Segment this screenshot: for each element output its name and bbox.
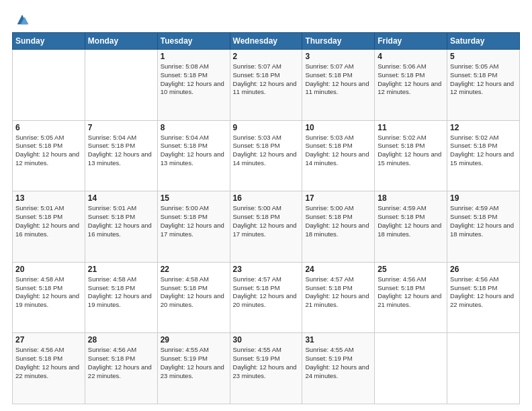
day-info: Sunrise: 5:01 AM Sunset: 5:18 PM Dayligh… — [15, 204, 82, 238]
day-cell: 6Sunrise: 5:05 AM Sunset: 5:18 PM Daylig… — [13, 120, 85, 191]
weekday-header-row: SundayMondayTuesdayWednesdayThursdayFrid… — [13, 33, 520, 50]
day-number: 27 — [15, 335, 82, 345]
day-number: 14 — [88, 193, 154, 203]
day-cell — [447, 333, 520, 404]
day-number: 6 — [15, 123, 82, 132]
day-cell: 27Sunrise: 4:56 AM Sunset: 5:18 PM Dayli… — [13, 333, 85, 404]
day-info: Sunrise: 4:57 AM Sunset: 5:18 PM Dayligh… — [305, 275, 371, 310]
day-number: 26 — [450, 265, 517, 274]
day-number: 19 — [450, 193, 517, 203]
calendar-table: SundayMondayTuesdayWednesdayThursdayFrid… — [12, 32, 520, 404]
day-info: Sunrise: 5:07 AM Sunset: 5:18 PM Dayligh… — [233, 62, 300, 97]
day-info: Sunrise: 5:03 AM Sunset: 5:18 PM Dayligh… — [233, 134, 300, 168]
day-info: Sunrise: 5:04 AM Sunset: 5:18 PM Dayligh… — [88, 134, 154, 168]
day-number: 12 — [450, 123, 517, 132]
weekday-header-wednesday: Wednesday — [230, 33, 302, 50]
day-cell: 8Sunrise: 5:04 AM Sunset: 5:18 PM Daylig… — [157, 120, 230, 191]
day-cell: 2Sunrise: 5:07 AM Sunset: 5:18 PM Daylig… — [230, 50, 302, 121]
day-cell: 18Sunrise: 4:59 AM Sunset: 5:18 PM Dayli… — [375, 191, 447, 263]
day-info: Sunrise: 5:00 AM Sunset: 5:18 PM Dayligh… — [233, 204, 300, 238]
day-cell: 14Sunrise: 5:01 AM Sunset: 5:18 PM Dayli… — [85, 191, 157, 263]
day-number: 29 — [161, 335, 227, 345]
day-cell: 25Sunrise: 4:56 AM Sunset: 5:18 PM Dayli… — [375, 262, 447, 333]
day-info: Sunrise: 4:59 AM Sunset: 5:18 PM Dayligh… — [450, 204, 517, 238]
day-number: 2 — [233, 52, 300, 61]
day-info: Sunrise: 5:06 AM Sunset: 5:18 PM Dayligh… — [378, 62, 444, 97]
week-row-3: 13Sunrise: 5:01 AM Sunset: 5:18 PM Dayli… — [13, 191, 520, 263]
day-number: 5 — [450, 52, 517, 61]
day-info: Sunrise: 5:05 AM Sunset: 5:18 PM Dayligh… — [450, 62, 517, 97]
day-info: Sunrise: 4:55 AM Sunset: 5:19 PM Dayligh… — [233, 346, 300, 380]
day-info: Sunrise: 5:03 AM Sunset: 5:18 PM Dayligh… — [305, 134, 371, 168]
day-cell: 23Sunrise: 4:57 AM Sunset: 5:18 PM Dayli… — [230, 262, 302, 333]
day-number: 4 — [378, 52, 444, 61]
day-info: Sunrise: 5:00 AM Sunset: 5:18 PM Dayligh… — [305, 204, 371, 238]
week-row-5: 27Sunrise: 4:56 AM Sunset: 5:18 PM Dayli… — [13, 333, 520, 404]
day-cell: 4Sunrise: 5:06 AM Sunset: 5:18 PM Daylig… — [375, 50, 447, 121]
day-number: 31 — [305, 335, 371, 345]
day-cell: 20Sunrise: 4:58 AM Sunset: 5:18 PM Dayli… — [13, 262, 85, 333]
day-info: Sunrise: 4:58 AM Sunset: 5:18 PM Dayligh… — [15, 275, 82, 310]
day-info: Sunrise: 5:02 AM Sunset: 5:18 PM Dayligh… — [450, 134, 517, 168]
day-info: Sunrise: 4:56 AM Sunset: 5:18 PM Dayligh… — [15, 346, 82, 380]
day-number: 8 — [161, 123, 227, 132]
day-cell: 19Sunrise: 4:59 AM Sunset: 5:18 PM Dayli… — [447, 191, 520, 263]
day-number: 17 — [305, 193, 371, 203]
day-info: Sunrise: 4:56 AM Sunset: 5:18 PM Dayligh… — [88, 346, 154, 380]
weekday-header-tuesday: Tuesday — [157, 33, 230, 50]
day-cell: 13Sunrise: 5:01 AM Sunset: 5:18 PM Dayli… — [13, 191, 85, 263]
weekday-header-monday: Monday — [85, 33, 157, 50]
day-cell: 3Sunrise: 5:07 AM Sunset: 5:18 PM Daylig… — [302, 50, 375, 121]
day-info: Sunrise: 5:02 AM Sunset: 5:18 PM Dayligh… — [378, 134, 444, 168]
day-number: 1 — [161, 52, 227, 61]
day-cell: 5Sunrise: 5:05 AM Sunset: 5:18 PM Daylig… — [447, 50, 520, 121]
day-cell: 11Sunrise: 5:02 AM Sunset: 5:18 PM Dayli… — [375, 120, 447, 191]
day-number: 20 — [15, 265, 82, 274]
day-cell: 30Sunrise: 4:55 AM Sunset: 5:19 PM Dayli… — [230, 333, 302, 404]
week-row-1: 1Sunrise: 5:08 AM Sunset: 5:18 PM Daylig… — [13, 50, 520, 121]
day-number: 16 — [233, 193, 300, 203]
day-info: Sunrise: 4:58 AM Sunset: 5:18 PM Dayligh… — [88, 275, 154, 310]
weekday-header-saturday: Saturday — [447, 33, 520, 50]
day-number: 25 — [378, 265, 444, 274]
day-cell — [375, 333, 447, 404]
day-number: 22 — [161, 265, 227, 274]
day-info: Sunrise: 4:57 AM Sunset: 5:18 PM Dayligh… — [233, 275, 300, 310]
day-cell: 17Sunrise: 5:00 AM Sunset: 5:18 PM Dayli… — [302, 191, 375, 263]
day-number: 30 — [233, 335, 300, 345]
day-cell: 10Sunrise: 5:03 AM Sunset: 5:18 PM Dayli… — [302, 120, 375, 191]
day-cell: 21Sunrise: 4:58 AM Sunset: 5:18 PM Dayli… — [85, 262, 157, 333]
day-info: Sunrise: 5:04 AM Sunset: 5:18 PM Dayligh… — [161, 134, 227, 168]
weekday-header-thursday: Thursday — [302, 33, 375, 50]
day-info: Sunrise: 5:07 AM Sunset: 5:18 PM Dayligh… — [305, 62, 371, 97]
day-info: Sunrise: 4:55 AM Sunset: 5:19 PM Dayligh… — [161, 346, 227, 380]
day-number: 11 — [378, 123, 444, 132]
day-cell: 7Sunrise: 5:04 AM Sunset: 5:18 PM Daylig… — [85, 120, 157, 191]
day-cell: 24Sunrise: 4:57 AM Sunset: 5:18 PM Dayli… — [302, 262, 375, 333]
header — [12, 12, 520, 27]
day-number: 15 — [161, 193, 227, 203]
day-number: 23 — [233, 265, 300, 274]
day-info: Sunrise: 4:55 AM Sunset: 5:19 PM Dayligh… — [305, 346, 371, 380]
day-cell: 12Sunrise: 5:02 AM Sunset: 5:18 PM Dayli… — [447, 120, 520, 191]
day-number: 13 — [15, 193, 82, 203]
logo-icon — [15, 12, 30, 27]
day-info: Sunrise: 4:56 AM Sunset: 5:18 PM Dayligh… — [378, 275, 444, 310]
day-number: 24 — [305, 265, 371, 274]
day-number: 28 — [88, 335, 154, 345]
day-number: 3 — [305, 52, 371, 61]
day-info: Sunrise: 5:01 AM Sunset: 5:18 PM Dayligh… — [88, 204, 154, 238]
day-cell — [85, 50, 157, 121]
day-cell: 31Sunrise: 4:55 AM Sunset: 5:19 PM Dayli… — [302, 333, 375, 404]
day-cell: 16Sunrise: 5:00 AM Sunset: 5:18 PM Dayli… — [230, 191, 302, 263]
week-row-4: 20Sunrise: 4:58 AM Sunset: 5:18 PM Dayli… — [13, 262, 520, 333]
day-info: Sunrise: 5:08 AM Sunset: 5:18 PM Dayligh… — [161, 62, 227, 97]
logo — [12, 12, 30, 27]
day-cell: 28Sunrise: 4:56 AM Sunset: 5:18 PM Dayli… — [85, 333, 157, 404]
calendar-page: SundayMondayTuesdayWednesdayThursdayFrid… — [0, 0, 532, 411]
day-number: 10 — [305, 123, 371, 132]
day-number: 21 — [88, 265, 154, 274]
day-cell — [13, 50, 85, 121]
day-info: Sunrise: 5:00 AM Sunset: 5:18 PM Dayligh… — [161, 204, 227, 238]
day-number: 18 — [378, 193, 444, 203]
